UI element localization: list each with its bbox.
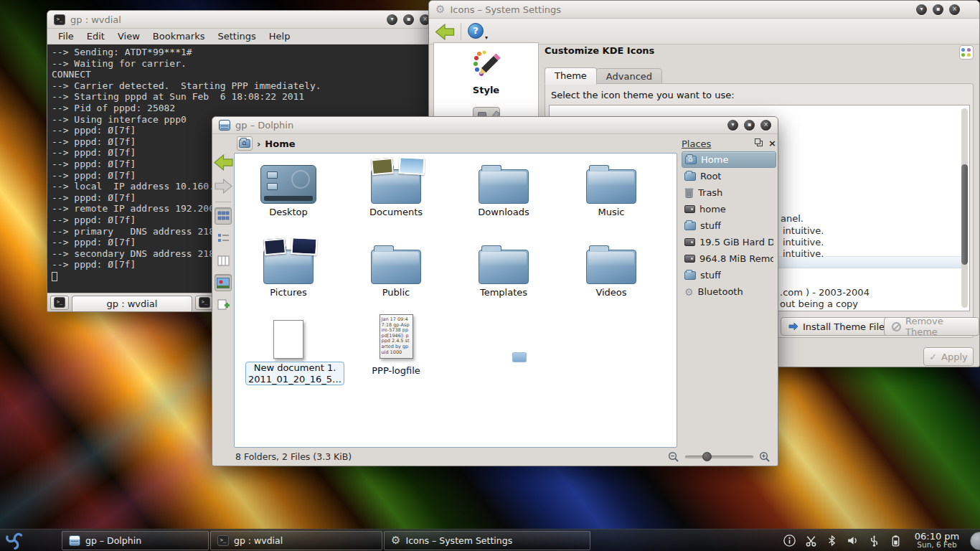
columns-view-button[interactable] — [215, 252, 232, 269]
preview-button[interactable] — [215, 274, 232, 291]
task-terminal[interactable]: >_ gp : wvdial — [210, 531, 382, 550]
place-item-trash[interactable]: Trash — [682, 184, 776, 201]
dolphin-titlebar[interactable]: gp – Dolphin ▾ ▪ × — [212, 117, 778, 134]
bluetooth-icon[interactable] — [826, 534, 838, 547]
place-item-hard-drive[interactable]: 19.5 GiB Hard Drive — [682, 234, 776, 250]
place-item-home-partition[interactable]: home — [682, 201, 776, 217]
dolphin-statusbar: 8 Folders, 2 Files (3.3 KiB) — [212, 448, 778, 466]
desktop-folder-icon — [260, 165, 316, 204]
place-item-root[interactable]: Root — [682, 168, 776, 184]
terminal-output-line: --> Sending: ATDT*99***1# — [52, 47, 433, 58]
place-item-stuff[interactable]: stuff — [682, 217, 776, 234]
terminal-titlebar[interactable]: >_ gp : wvdial ▾ ▪ × — [47, 11, 437, 29]
file-item-ppp-logfile[interactable]: Jan 17 09:4 7:18 gp-Asp ire-5738 pp pd[1… — [353, 313, 439, 376]
chevron-down-icon[interactable]: ▾ — [485, 34, 488, 41]
breadcrumb-location[interactable]: Home — [265, 138, 295, 149]
terminal-cursor — [52, 272, 57, 281]
home-crumb-button[interactable] — [237, 136, 253, 151]
minimize-button[interactable]: ▾ — [727, 120, 738, 131]
close-panel-icon[interactable]: × — [768, 140, 776, 147]
folder-item-videos[interactable]: Videos — [572, 241, 651, 298]
menu-bookmarks[interactable]: Bookmarks — [146, 31, 212, 42]
dolphin-window: gp – Dolphin ▾ ▪ × › Home — [212, 116, 778, 466]
terminal-output-line: --> Carrier detected. Starting PPP immed… — [52, 80, 433, 92]
folder-item-downloads[interactable]: Downloads — [464, 161, 543, 217]
toolbar-separator — [215, 202, 231, 202]
folder-item-desktop[interactable]: Desktop — [249, 161, 328, 217]
info-icon[interactable] — [783, 534, 796, 547]
folder-item-public[interactable]: Public — [357, 241, 435, 298]
install-arrow-icon — [788, 321, 798, 331]
place-item-stuff-2[interactable]: stuff — [682, 267, 776, 283]
overview-button[interactable] — [959, 45, 974, 60]
dolphin-file-view[interactable]: Desktop Documents Downloads Music Pictur… — [234, 153, 677, 448]
folder-label: Pictures — [249, 287, 328, 298]
maximize-button[interactable]: ▪ — [403, 14, 414, 25]
new-tab-button[interactable]: >_ — [50, 296, 69, 310]
menu-view[interactable]: View — [111, 31, 146, 42]
maximize-button[interactable]: ▪ — [933, 4, 943, 15]
sidebar-item-label: Style — [434, 85, 538, 95]
remove-theme-button[interactable]: Remove Theme — [884, 317, 979, 336]
volume-icon[interactable] — [846, 534, 859, 547]
folder-item-documents[interactable]: Documents — [357, 161, 435, 217]
menu-edit[interactable]: Edit — [80, 31, 111, 42]
menu-settings[interactable]: Settings — [211, 31, 262, 42]
minimize-button[interactable]: ▾ — [916, 4, 927, 15]
tab-theme[interactable]: Theme — [545, 67, 597, 85]
dot-icon — [967, 53, 971, 57]
scrollbar-thumb[interactable] — [961, 164, 968, 265]
file-label: PPP-logfile — [353, 365, 439, 376]
help-button[interactable]: ? — [468, 23, 484, 39]
panel-cashew-button[interactable] — [970, 532, 980, 550]
menu-help[interactable]: Help — [263, 31, 297, 42]
usb-device-icon[interactable] — [867, 534, 881, 547]
battery-icon[interactable] — [889, 534, 903, 547]
folder-item-music[interactable]: Music — [572, 161, 651, 217]
app-launcher-button[interactable] — [0, 529, 29, 551]
system-settings-titlebar[interactable]: ⚙ Icons – System Settings ▾ ▪ × — [429, 1, 979, 19]
task-system-settings[interactable]: ⚙ Icons – System Settings — [384, 531, 590, 550]
folder-item-templates[interactable]: Templates — [464, 241, 543, 298]
back-button[interactable] — [435, 24, 455, 40]
terminal-output-line: --> Pid of pppd: 25082 — [52, 103, 433, 114]
detach-panel-icon[interactable] — [757, 141, 763, 146]
theme-description-text: out being a copy — [780, 298, 858, 309]
toolbar-separator — [461, 23, 461, 40]
minimize-button[interactable]: ▾ — [387, 14, 397, 25]
icons-view-icon — [217, 211, 230, 222]
icons-view-button[interactable] — [215, 207, 232, 225]
remove-theme-label: Remove Theme — [905, 316, 971, 337]
back-button[interactable] — [214, 154, 233, 174]
system-settings-app-icon: ⚙ — [435, 4, 445, 15]
place-item-home[interactable]: Home — [682, 151, 776, 168]
details-view-icon — [217, 233, 230, 244]
terminal-window-title: gp : wvdial — [70, 14, 121, 25]
breadcrumb: › Home — [212, 134, 679, 153]
close-button[interactable]: × — [760, 120, 771, 131]
clock[interactable]: 06:10 pm Sun, 6 Feb — [913, 532, 961, 550]
task-dolphin[interactable]: gp – Dolphin — [62, 531, 209, 550]
place-item-removable[interactable]: 964.8 MiB Remov… — [682, 250, 776, 267]
clipboard-scissors-icon[interactable] — [804, 534, 818, 547]
zoom-out-icon[interactable] — [668, 451, 679, 463]
close-button[interactable]: × — [949, 4, 960, 15]
split-view-icon — [217, 299, 230, 311]
folder-item-pictures[interactable]: Pictures — [249, 241, 328, 298]
style-icon — [470, 49, 503, 80]
zoom-slider[interactable] — [685, 456, 753, 458]
documents-folder-icon — [371, 169, 421, 204]
zoom-in-icon[interactable] — [759, 451, 771, 463]
menu-file[interactable]: File — [52, 31, 80, 42]
maximize-button[interactable]: ▪ — [744, 120, 755, 131]
details-view-button[interactable] — [215, 230, 232, 247]
apply-button[interactable]: ✓ Apply — [923, 347, 974, 366]
split-view-button[interactable] — [215, 296, 232, 314]
text-file-preview-icon: Jan 17 09:4 7:18 gp-Asp ire-5738 pp pd[1… — [380, 314, 413, 359]
zoom-slider-handle[interactable] — [702, 452, 712, 461]
place-item-bluetooth[interactable]: ⚙ Bluetooth — [682, 283, 776, 300]
folder-icon — [586, 169, 636, 204]
file-item-new-document[interactable]: New document 1. 2011_01_20_16_5… — [245, 313, 331, 385]
terminal-tab[interactable]: gp : wvdial — [72, 296, 192, 311]
forward-button[interactable] — [215, 179, 232, 197]
